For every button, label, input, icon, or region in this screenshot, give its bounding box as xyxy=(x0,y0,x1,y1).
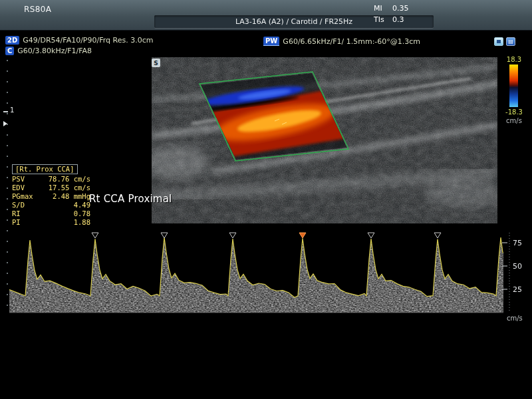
velocity-axis-label: 75 xyxy=(513,239,522,247)
measurement-value: 78.76 cm/s xyxy=(49,175,90,184)
ultrasound-screen: RS80A LA3-16A (A2) / Carotid / FR25Hz MI… xyxy=(0,0,532,399)
measurement-value: 4.49 xyxy=(74,201,90,209)
spectral-display: 755025cm/s xyxy=(0,225,532,328)
probe-preset-info: LA3-16A (A2) / Carotid / FR25Hz xyxy=(235,17,352,26)
ruler-tick xyxy=(7,177,8,178)
ruler-tick xyxy=(7,113,8,114)
spectral-trace xyxy=(9,237,503,313)
spectral-display-area: 755025cm/s xyxy=(0,225,532,328)
color-scale-min: -18.3 xyxy=(500,108,528,116)
thumbnail-glyph xyxy=(497,40,501,43)
measurement-label: EDV xyxy=(12,184,25,192)
ruler-tick xyxy=(7,49,8,51)
tis-value: 0.3 xyxy=(392,15,404,24)
color-scale-max: 18.3 xyxy=(501,56,527,63)
measurement-row: RI 0.78 xyxy=(12,209,90,218)
ruler-number: 1 xyxy=(10,106,14,114)
tis-label: TIs xyxy=(374,15,392,24)
ruler-tick xyxy=(7,156,8,157)
measurement-panel: [Rt. Prox CCA] PSV 78.76 cm/s EDV 17.55 … xyxy=(12,162,92,227)
measurement-row: PGmax 2.48 mmHg xyxy=(12,192,90,201)
b-mode-info: 2D G49/DR54/FA10/P90/Frq Res. 3.0cm xyxy=(5,35,153,45)
ruler-tick xyxy=(7,102,8,104)
measurement-row: PSV 78.76 cm/s xyxy=(12,175,90,184)
image-thumbnail-icon[interactable] xyxy=(494,37,503,46)
active-beat-marker-icon[interactable] xyxy=(299,233,306,238)
image-grid-icon[interactable]: ▤ xyxy=(506,37,515,46)
ruler-tick xyxy=(7,92,8,93)
ruler-tick xyxy=(7,219,8,221)
beat-marker-icon[interactable] xyxy=(229,233,236,238)
measurement-title: [Rt. Prox CCA] xyxy=(12,164,78,174)
color-mode-params: G60/3.80kHz/F1/FA8 xyxy=(17,47,92,55)
pw-mode-info: PW G60/6.65kHz/F1/ 1.5mm:-60°@1.3cm xyxy=(263,37,420,46)
focus-marker-icon[interactable] xyxy=(3,121,7,126)
measurement-value: 17.55 cm/s xyxy=(49,184,90,192)
mi-value: 0.35 xyxy=(392,4,409,13)
measurement-value: 0.78 xyxy=(74,209,90,218)
velocity-axis-label: 25 xyxy=(513,285,522,294)
acoustic-output: MI 0.35 TIs 0.3 xyxy=(374,4,409,27)
ruler-tick xyxy=(7,209,8,210)
ruler-tick xyxy=(7,166,8,168)
beat-marker-icon[interactable] xyxy=(368,233,374,238)
velocity-axis-label: 50 xyxy=(513,262,522,271)
b-mode-image-area xyxy=(152,57,497,223)
measurement-row: S/D 4.49 xyxy=(12,201,90,209)
measurement-label: S/D xyxy=(12,201,25,209)
beat-marker-icon[interactable] xyxy=(434,233,441,238)
ruler-tick xyxy=(7,81,8,82)
depth-ruler xyxy=(7,0,9,399)
beat-marker-icon[interactable] xyxy=(92,233,98,238)
ruler-tick xyxy=(7,70,8,72)
ruler-tick xyxy=(7,145,8,146)
system-model: RS80A xyxy=(24,5,51,14)
mi-label: MI xyxy=(374,4,392,13)
measurement-label: RI xyxy=(12,209,21,218)
b-mode-params: G49/DR54/FA10/P90/Frq Res. 3.0cm xyxy=(23,36,153,45)
top-status-bar: RS80A LA3-16A (A2) / Carotid / FR25Hz MI… xyxy=(0,0,532,31)
ruler-tick xyxy=(7,60,8,61)
color-scale-bar[interactable] xyxy=(509,65,518,107)
ruler-tick xyxy=(7,198,8,200)
measurement-row: EDV 17.55 cm/s xyxy=(12,184,90,192)
ruler-tick xyxy=(7,188,8,189)
b-mode-image xyxy=(152,57,497,223)
annotation-label[interactable]: Rt CCA Proximal xyxy=(89,193,172,205)
color-scale-unit: cm/s xyxy=(501,117,527,124)
ruler-major-tick xyxy=(3,111,8,112)
ruler-tick xyxy=(7,39,8,40)
color-mode-info: C G60/3.80kHz/F1/FA8 xyxy=(5,46,92,55)
orientation-marker: S xyxy=(152,59,160,67)
measurement-label: PGmax xyxy=(12,192,33,201)
measurement-value: 2.48 mmHg xyxy=(53,192,90,201)
velocity-axis-unit: cm/s xyxy=(507,315,523,322)
beat-marker-icon[interactable] xyxy=(161,233,168,238)
pw-mode-params: G60/6.65kHz/F1/ 1.5mm:-60°@1.3cm xyxy=(283,37,420,46)
ruler-tick xyxy=(7,134,8,136)
pw-mode-badge[interactable]: PW xyxy=(263,37,279,46)
measurement-label: PSV xyxy=(12,175,25,184)
